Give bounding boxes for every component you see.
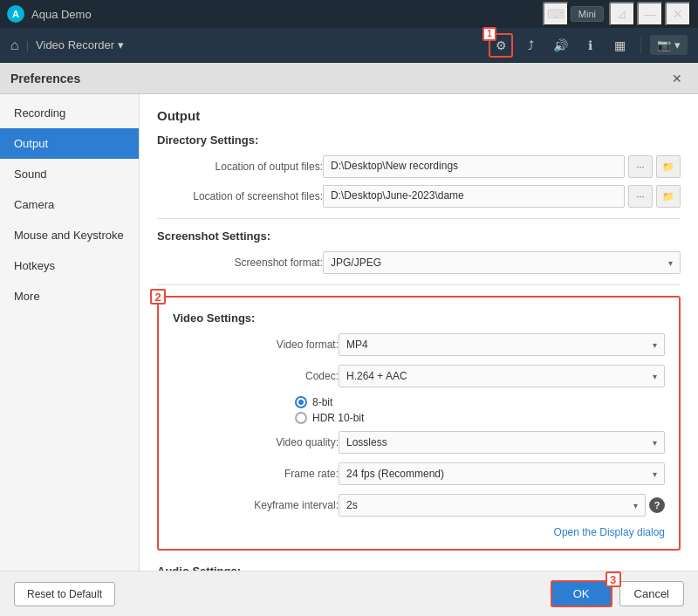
- radio-8bit[interactable]: [295, 396, 307, 408]
- minimize-btn[interactable]: —: [637, 2, 663, 26]
- audio-settings-title: Audio Settings:: [157, 565, 681, 571]
- toolbar-separator: |: [26, 38, 29, 51]
- video-format-value: MP4 ▾: [339, 333, 665, 356]
- video-settings-title: Video Settings:: [173, 311, 665, 325]
- page-title: Output: [157, 108, 681, 123]
- video-format-dropdown[interactable]: MP4 ▾: [339, 333, 665, 356]
- video-quality-dropdown[interactable]: Lossless ▾: [339, 431, 665, 454]
- restore-btn[interactable]: ⊿: [609, 2, 635, 26]
- radio-8bit-label: 8-bit: [312, 396, 332, 408]
- home-icon[interactable]: ⌂: [10, 38, 19, 53]
- cancel-btn[interactable]: Cancel: [619, 581, 684, 606]
- frame-rate-row: Frame rate: 24 fps (Recommend) ▾: [173, 462, 665, 485]
- camera-btn[interactable]: 📷 ▾: [650, 35, 688, 55]
- dialog-titlebar: Preferences ✕: [0, 63, 698, 94]
- sidebar: Recording Output Sound Camera Mouse and …: [0, 94, 140, 571]
- keyframe-interval-chevron: ▾: [633, 501, 638, 510]
- divider-1: [157, 218, 681, 219]
- screenshot-location-folder-btn[interactable]: 📁: [656, 185, 681, 208]
- codec-value: H.264 + AAC ▾: [339, 365, 665, 387]
- toolbar-icons: 1 ⚙ ⤴ 🔊 ℹ ▦ 📷 ▾: [489, 33, 688, 58]
- keyboard-btn[interactable]: ⌨: [543, 2, 569, 26]
- open-display-link-row: Open the Display dialog: [173, 525, 665, 538]
- output-location-dots-btn[interactable]: ···: [628, 155, 653, 178]
- screenshot-settings-title: Screenshot Settings:: [157, 229, 681, 243]
- layout-icon-btn[interactable]: ▦: [607, 33, 632, 58]
- toolbar-divider: [640, 37, 641, 54]
- title-bar-left: A Aqua Demo: [7, 5, 92, 23]
- output-location-row: Location of output files: D:\Desktop\New…: [157, 155, 681, 178]
- video-format-row: Video format: MP4 ▾: [173, 333, 665, 356]
- app-icon: A: [7, 5, 24, 23]
- dialog-close-btn[interactable]: ✕: [667, 68, 688, 89]
- directory-settings-title: Directory Settings:: [157, 133, 681, 147]
- frame-rate-value: 24 fps (Recommend) ▾: [339, 462, 665, 485]
- keyframe-interval-dropdown[interactable]: 2s ▾: [339, 494, 646, 517]
- radio-8bit-row[interactable]: 8-bit: [295, 396, 665, 408]
- frame-rate-chevron: ▾: [653, 469, 657, 479]
- export-icon-btn[interactable]: ⤴: [518, 33, 543, 58]
- ok-btn-wrapper: 3 OK: [551, 580, 612, 607]
- main-content: Output Directory Settings: Location of o…: [140, 94, 698, 571]
- keyframe-interval-row: Keyframe interval: 2s ▾ ?: [173, 494, 665, 517]
- sidebar-item-mouse-keystroke[interactable]: Mouse and Keystroke: [0, 220, 139, 250]
- toolbar: ⌂ | Video Recorder ▾ 1 ⚙ ⤴ 🔊 ℹ ▦ 📷 ▾: [0, 28, 698, 63]
- screenshot-location-label: Location of screenshot files:: [157, 190, 323, 202]
- close-btn[interactable]: ✕: [665, 2, 691, 26]
- mini-btn[interactable]: Mini: [571, 6, 604, 22]
- keyframe-interval-label: Keyframe interval:: [173, 499, 339, 511]
- codec-chevron: ▾: [653, 372, 657, 381]
- video-quality-row: Video quality: Lossless ▾: [173, 431, 665, 454]
- frame-rate-label: Frame rate:: [173, 468, 339, 480]
- sidebar-item-recording[interactable]: Recording: [0, 98, 139, 128]
- screenshot-format-dropdown[interactable]: JPG/JPEG ▾: [323, 251, 681, 274]
- screenshot-format-label: Screenshot format:: [157, 257, 323, 269]
- frame-rate-dropdown[interactable]: 24 fps (Recommend) ▾: [339, 462, 665, 485]
- ok-badge-number: 3: [606, 572, 621, 587]
- screenshot-location-input[interactable]: D:\Desktop\June-2023\dame: [323, 185, 625, 208]
- video-format-label: Video format:: [173, 339, 339, 351]
- sidebar-item-hotkeys[interactable]: Hotkeys: [0, 250, 139, 281]
- sidebar-item-sound[interactable]: Sound: [0, 159, 139, 189]
- codec-dropdown[interactable]: H.264 + AAC ▾: [339, 365, 665, 387]
- dialog-title: Preferences: [10, 72, 80, 86]
- screenshot-format-value: JPG/JPEG ▾: [323, 251, 681, 274]
- radio-hdr-row[interactable]: HDR 10-bit: [295, 412, 665, 424]
- video-quality-chevron: ▾: [653, 438, 657, 448]
- screenshot-location-row: Location of screenshot files: D:\Desktop…: [157, 185, 681, 208]
- divider-2: [157, 284, 681, 285]
- video-quality-value: Lossless ▾: [339, 431, 665, 454]
- num-badge-1: 1: [482, 27, 496, 41]
- camera-icon: 📷: [657, 38, 671, 51]
- dialog-body: Recording Output Sound Camera Mouse and …: [0, 94, 698, 571]
- sidebar-item-more[interactable]: More: [0, 281, 139, 311]
- settings-icon-btn[interactable]: 1 ⚙: [489, 33, 513, 58]
- output-location-folder-btn[interactable]: 📁: [656, 155, 681, 178]
- video-settings-box: 2 Video Settings: Video format: MP4 ▾ Co…: [157, 296, 681, 551]
- screenshot-format-chevron: ▾: [668, 258, 673, 268]
- output-location-value: D:\Desktop\New recordings ··· 📁: [323, 155, 681, 178]
- open-display-link[interactable]: Open the Display dialog: [554, 526, 665, 538]
- chevron-down-icon[interactable]: ▾: [118, 38, 124, 51]
- video-format-chevron: ▾: [653, 340, 657, 350]
- video-recorder-label: Video Recorder ▾: [36, 38, 124, 51]
- dialog-footer: Reset to Default 3 OK Cancel: [0, 571, 698, 616]
- reset-default-btn[interactable]: Reset to Default: [14, 582, 115, 606]
- screenshot-location-dots-btn[interactable]: ···: [628, 185, 653, 208]
- footer-right: 3 OK Cancel: [551, 580, 684, 607]
- ok-btn[interactable]: OK: [551, 580, 612, 607]
- camera-chevron: ▾: [674, 38, 681, 51]
- radio-hdr[interactable]: [295, 412, 307, 424]
- title-bar-controls: ⌨ Mini ⊿ — ✕: [543, 2, 691, 26]
- output-location-input[interactable]: D:\Desktop\New recordings: [323, 155, 625, 178]
- sidebar-item-output[interactable]: Output: [0, 128, 139, 159]
- keyframe-help-icon[interactable]: ?: [649, 497, 665, 513]
- info-icon-btn[interactable]: ℹ: [578, 33, 602, 58]
- video-quality-label: Video quality:: [173, 436, 339, 448]
- audio-icon-btn[interactable]: 🔊: [548, 33, 572, 58]
- screenshot-format-row: Screenshot format: JPG/JPEG ▾: [157, 251, 681, 274]
- title-bar: A Aqua Demo ⌨ Mini ⊿ — ✕: [0, 0, 698, 28]
- codec-label: Codec:: [173, 370, 339, 382]
- sidebar-item-camera[interactable]: Camera: [0, 189, 139, 220]
- codec-row: Codec: H.264 + AAC ▾: [173, 365, 665, 387]
